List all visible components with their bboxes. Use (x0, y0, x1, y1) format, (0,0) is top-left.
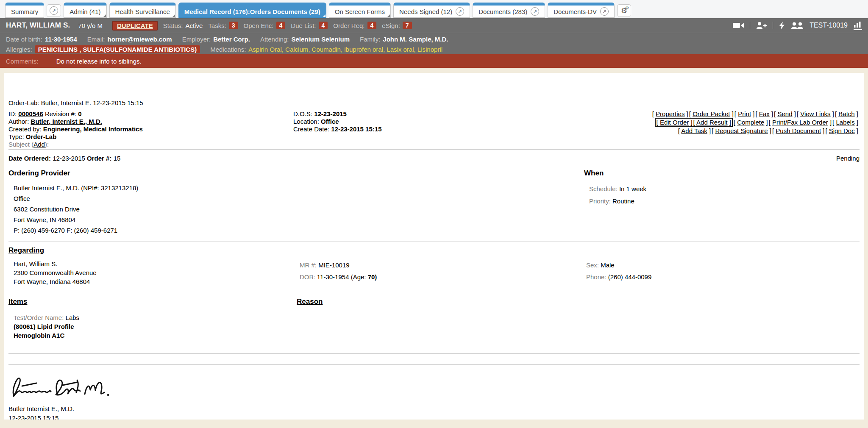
test-order-name-value: Labs (66, 314, 80, 321)
divider (8, 149, 860, 150)
order-status: Pending (836, 155, 860, 162)
tab-label: Needs Signed (12) (399, 8, 452, 15)
created-by-link[interactable]: Engineering, Medical Informatics (43, 125, 143, 133)
ordering-provider-heading: Ordering Provider (8, 169, 584, 178)
edit-order-link[interactable]: Edit Order (660, 119, 689, 126)
edit-order-add-result-box: Edit OrderAdd Result (655, 118, 733, 127)
order-packet-link[interactable]: Order Packet (693, 110, 730, 117)
date-ordered-label: Date Ordered: (8, 155, 51, 162)
popout-icon[interactable]: ↗ (531, 7, 539, 16)
status-label: Status: (163, 22, 183, 29)
popout-icon: ↗ (50, 6, 58, 15)
sex-label: Sex: (586, 261, 599, 269)
header-middle-column: D.O.S: 12-23-2015 Location: Office Creat… (293, 110, 381, 133)
date-ordered-row: Date Ordered: 12-23-2015 Order #: 15 Pen… (8, 155, 860, 162)
phone-label: Phone: (586, 273, 606, 281)
tab-label: Documents (283) (479, 8, 527, 15)
complete-link[interactable]: Complete (737, 119, 764, 126)
family-label: Family: (360, 36, 380, 43)
employer-label: Employer: (182, 36, 211, 43)
add-person-icon[interactable] (756, 22, 767, 29)
revision-value: 0 (78, 110, 81, 117)
due-list-count-badge[interactable]: 4 (319, 22, 328, 29)
order-document: Order-Lab: Butler, Internist E. 12-23-20… (4, 73, 864, 420)
summary-popout-button[interactable]: ↗ (47, 4, 61, 17)
create-date-value: 12-23-2015 15:15 (331, 125, 381, 133)
items-reason-section: Items Test/Order Name: Labs (80061) Lipi… (8, 297, 860, 340)
people-icon[interactable] (791, 22, 804, 29)
tab-needs-signed[interactable]: Needs Signed (12) ↗ (393, 3, 470, 18)
order-number-value: 15 (114, 155, 121, 162)
add-result-link[interactable]: Add Result (696, 119, 727, 126)
type-label: Type: (8, 133, 24, 140)
tab-admin[interactable]: Admin (41) (64, 3, 106, 18)
system-id: TEST-10019 (810, 22, 848, 29)
location-value: Office (321, 118, 339, 125)
provider-phones: P: (260) 459-6270 F: (260) 459-6271 (14, 225, 584, 236)
patient-demographics: Date of birth: 11-30-1954 Email: horner@… (0, 33, 868, 54)
handwritten-signature-image (10, 371, 110, 404)
labels-link[interactable]: Labels (836, 119, 854, 126)
comments-bar: Comments: Do not release info to sibling… (0, 54, 868, 68)
document-actions: PropertiesOrder PacketPrintFaxSendView L… (652, 110, 859, 135)
date-ordered-value: 12-23-2015 (53, 155, 85, 162)
allergies-value[interactable]: PENICILLINS , SULFA(SULFONAMIDE ANTIBIOT… (35, 45, 200, 53)
email-value: horner@mieweb.com (107, 36, 172, 43)
regarding-section: Hart, William S. 2300 Commonwealth Avenu… (8, 259, 860, 286)
tab-settings-button[interactable]: ⚙ ⚙ (617, 4, 631, 17)
phone-value: (260) 444-0099 (608, 273, 652, 281)
request-signature-link[interactable]: Request Signature (715, 127, 768, 134)
open-enc-label: Open Enc: (244, 22, 274, 29)
comments-label: Comments: (6, 58, 39, 65)
tab-summary[interactable]: Summary (5, 3, 44, 18)
video-camera-icon[interactable] (733, 22, 744, 29)
tasks-label: Tasks: (208, 22, 226, 29)
order-req-count-badge[interactable]: 4 (367, 22, 377, 29)
push-document-link[interactable]: Push Document (776, 127, 821, 134)
actions-row-1: PropertiesOrder PacketPrintFaxSendView L… (652, 110, 859, 118)
regarding-address1: 2300 Commonwealth Avenue (14, 268, 295, 277)
order-req-label: Order Req: (333, 22, 364, 29)
type-value: Order-Lab (26, 133, 57, 140)
print-fax-lab-order-link[interactable]: Print/Fax Lab Order (772, 119, 828, 126)
item-line: Hemoglobin A1C (14, 331, 297, 340)
send-link[interactable]: Send (777, 110, 792, 117)
tab-health-surveillance[interactable]: Health Surveillance (109, 3, 176, 18)
esign-count-badge[interactable]: 7 (403, 22, 412, 29)
view-links-link[interactable]: View Links (800, 110, 830, 117)
document-title: Order-Lab: Butler, Internist E. 12-23-20… (8, 73, 860, 106)
document-id-link[interactable]: 0000546 (18, 110, 43, 117)
divider (8, 293, 860, 293)
properties-link[interactable]: Properties (656, 110, 684, 117)
fax-link[interactable]: Fax (759, 110, 770, 117)
medications-label: Medications: (210, 46, 246, 53)
subject-colon: ): (45, 141, 49, 148)
patient-header-bar: HART, WILLIAM S. 70 y/o M DUPLICATE Stat… (0, 18, 868, 33)
mr-value: MIE-10019 (318, 261, 349, 269)
popout-icon[interactable]: ↗ (456, 7, 464, 16)
chart-icon[interactable] (854, 21, 862, 30)
author-link[interactable]: Butler, Internist E., M.D. (31, 118, 102, 125)
tasks-count-badge[interactable]: 3 (229, 22, 238, 29)
subject-label: Subject (8, 141, 30, 148)
batch-link[interactable]: Batch (838, 110, 854, 117)
dos-label: D.O.S: (293, 110, 312, 117)
sign-doc-link[interactable]: Sign Doc (829, 127, 855, 134)
popout-icon[interactable]: ↗ (600, 7, 609, 16)
lightning-icon[interactable] (779, 22, 785, 30)
medications-value[interactable]: Aspirin Oral, Calcium, Coumadin, ibuprof… (248, 46, 442, 53)
provider-address2: Fort Wayne, IN 46804 (14, 214, 584, 225)
open-enc-count-badge[interactable]: 4 (276, 22, 286, 29)
tab-medical-record-orders-documents[interactable]: Medical Record (176):Orders Documents (2… (178, 3, 326, 18)
subject-add-link[interactable]: Add (33, 141, 45, 148)
reason-column: Reason (297, 297, 860, 340)
duplicate-flag[interactable]: DUPLICATE (112, 21, 158, 31)
tab-on-screen-forms[interactable]: On Screen Forms (329, 3, 391, 18)
print-link[interactable]: Print (738, 110, 751, 117)
test-order-name-label: Test/Order Name: (14, 314, 64, 321)
gear-small-icon: ⚙ (625, 6, 629, 10)
id-label: ID: (8, 110, 17, 117)
tab-documents[interactable]: Documents (283) ↗ (473, 3, 545, 18)
add-task-link[interactable]: Add Task (681, 127, 707, 134)
tab-documents-dv[interactable]: Documents-DV ↗ (548, 3, 615, 18)
